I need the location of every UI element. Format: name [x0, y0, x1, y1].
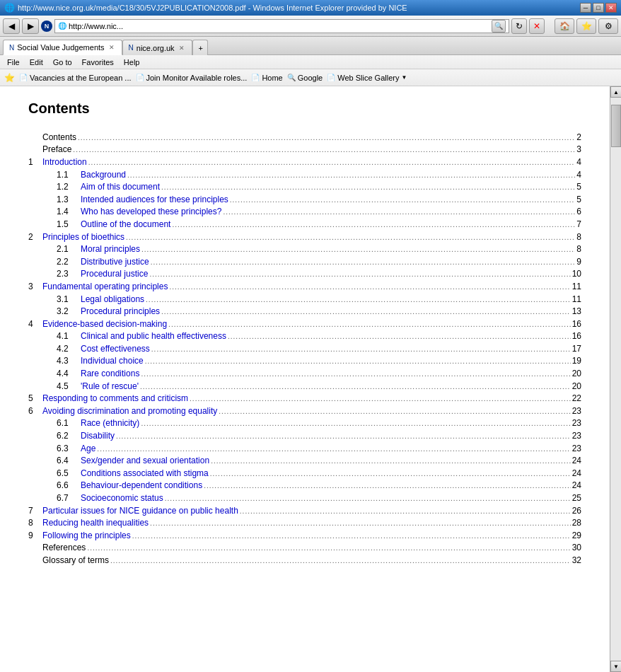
toc-title[interactable]: References [42, 543, 86, 552]
menu-goto[interactable]: Go to [49, 57, 76, 67]
maximize-button[interactable]: □ [593, 3, 604, 13]
toc-entry[interactable]: 1.4Who has developed these principles?6 [28, 206, 581, 219]
toc-entry[interactable]: 3.2Procedural principles13 [28, 305, 581, 318]
toc-entry[interactable]: Contents2 [28, 131, 581, 144]
toc-title[interactable]: Introduction [42, 157, 87, 167]
toc-entry[interactable]: 6Avoiding discrimination and promoting e… [28, 405, 581, 417]
toc-entry[interactable]: 6.5Conditions associated with stigma24 [28, 467, 581, 480]
toc-title[interactable]: Clinical and public health effectiveness [81, 331, 226, 341]
scroll-track[interactable] [610, 98, 621, 661]
toc-title[interactable]: Evidence-based decision-making [42, 319, 167, 329]
toc-entry[interactable]: 3.1Legal obligations11 [28, 293, 581, 306]
toc-title[interactable]: Reducing health inequalities [42, 518, 149, 528]
toc-entry[interactable]: 6.4Sex/gender and sexual orientation24 [28, 454, 581, 467]
menu-help[interactable]: Help [120, 57, 144, 67]
toc-title[interactable]: Fundamental operating principles [42, 282, 168, 291]
close-button[interactable]: ✕ [605, 3, 617, 13]
toc-entry[interactable]: 2.1Moral principles8 [28, 243, 581, 255]
toc-title[interactable]: Individual choice [81, 356, 144, 366]
toc-entry[interactable]: 6.2Disability23 [28, 429, 581, 442]
fav-item-2[interactable]: 📄 Join Monitor Available roles... [136, 74, 248, 82]
tab-close-2[interactable]: ✕ [178, 44, 186, 52]
toc-entry[interactable]: 4.1Clinical and public health effectiven… [28, 330, 581, 343]
forward-button[interactable]: ▶ [22, 18, 39, 34]
toc-title[interactable]: Outline of the document [81, 219, 170, 229]
toc-entry[interactable]: 4.5'Rule of rescue'20 [28, 380, 581, 393]
toc-title[interactable]: Background [81, 170, 126, 180]
toc-title[interactable]: Age [81, 444, 95, 453]
toc-entry[interactable]: 1.5Outline of the document7 [28, 218, 581, 231]
toc-entry[interactable]: 7Particular issues for NICE guidance on … [28, 504, 581, 517]
toc-entry[interactable]: 2.3Procedural justice10 [28, 268, 581, 281]
tab-nice[interactable]: N nice.org.uk ✕ [122, 40, 192, 55]
toc-entry[interactable]: 3Fundamental operating principles11 [28, 280, 581, 293]
toc-title[interactable]: Glossary of terms [42, 555, 109, 565]
window-controls[interactable]: ─ □ ✕ [580, 3, 617, 13]
toc-title[interactable]: Particular issues for NICE guidance on p… [42, 506, 238, 516]
toc-title[interactable]: Preface [42, 144, 71, 154]
toc-entry[interactable]: 1.1Background4 [28, 168, 581, 181]
toc-title[interactable]: Moral principles [81, 244, 140, 254]
toc-title[interactable]: Conditions associated with stigma [81, 468, 209, 478]
address-bar[interactable]: 🌐 🔍 [54, 19, 509, 33]
toc-title[interactable]: Principles of bioethics [42, 232, 124, 242]
toc-entry[interactable]: 2Principles of bioethics8 [28, 231, 581, 243]
stop-button[interactable]: ✕ [529, 18, 545, 34]
scrollbar[interactable]: ▲ ▼ [610, 86, 621, 672]
toc-title[interactable]: 'Rule of rescue' [81, 381, 139, 391]
toc-entry[interactable]: 9Following the principles29 [28, 529, 581, 542]
refresh-button[interactable]: ↻ [511, 18, 527, 34]
toc-entry[interactable]: Glossary of terms32 [28, 554, 581, 567]
toc-entry[interactable]: 6.7Socioeconomic status25 [28, 492, 581, 504]
scroll-up-button[interactable]: ▲ [610, 86, 621, 98]
toc-entry[interactable]: 6.1Race (ethnicity)23 [28, 417, 581, 430]
toc-entry[interactable]: 1.2Aim of this document5 [28, 180, 581, 193]
toc-title[interactable]: Avoiding discrimination and promoting eq… [42, 406, 217, 416]
tab-social-value[interactable]: N Social Value Judgements ✕ [3, 40, 122, 55]
toc-title[interactable]: Following the principles [42, 531, 131, 540]
home-button[interactable]: 🏠 [555, 18, 574, 34]
menu-file[interactable]: File [3, 57, 24, 67]
toc-title[interactable]: Socioeconomic status [81, 493, 163, 503]
toc-title[interactable]: Sex/gender and sexual orientation [81, 456, 209, 465]
search-button[interactable]: 🔍 [492, 20, 506, 33]
toc-entry[interactable]: 5Responding to comments and criticism22 [28, 392, 581, 405]
toc-title[interactable]: Distributive justice [81, 257, 149, 267]
toc-title[interactable]: Legal obligations [81, 294, 144, 304]
toc-entry[interactable]: 1Introduction4 [28, 156, 581, 168]
toc-title[interactable]: Responding to comments and criticism [42, 393, 188, 403]
menu-favorites[interactable]: Favorites [78, 57, 118, 67]
toc-title[interactable]: Contents [42, 132, 76, 142]
toc-entry[interactable]: 4Evidence-based decision-making16 [28, 318, 581, 330]
fav-item-1[interactable]: 📄 Vacancies at the European ... [19, 74, 132, 82]
toc-title[interactable]: Procedural justice [81, 269, 148, 279]
toc-entry[interactable]: 4.4Rare conditions20 [28, 367, 581, 380]
toc-entry[interactable]: 4.3Individual choice19 [28, 355, 581, 368]
toc-entry[interactable]: 6.3Age23 [28, 442, 581, 455]
toc-title[interactable]: Who has developed these principles? [81, 207, 221, 216]
fav-item-4[interactable]: 🔍 Google [287, 74, 323, 82]
toc-entry[interactable]: References30 [28, 542, 581, 555]
minimize-button[interactable]: ─ [580, 3, 591, 13]
toc-title[interactable]: Intended audiences for these principles [81, 195, 228, 204]
toc-entry[interactable]: Preface3 [28, 144, 581, 156]
fav-item-5[interactable]: 📄 Web Slice Gallery ▼ [327, 74, 407, 82]
toc-entry[interactable]: 8Reducing health inequalities28 [28, 516, 581, 529]
settings-button[interactable]: ⚙ [598, 18, 618, 34]
toc-title[interactable]: Cost effectiveness [81, 344, 150, 354]
fav-item-3[interactable]: 📄 Home [251, 74, 282, 82]
toc-entry[interactable]: 1.3Intended audiences for these principl… [28, 193, 581, 206]
toc-title[interactable]: Race (ethnicity) [81, 418, 139, 428]
favorites-button[interactable]: ⭐ [576, 18, 596, 34]
scroll-thumb[interactable] [611, 105, 621, 147]
toc-entry[interactable]: 4.2Cost effectiveness17 [28, 342, 581, 355]
back-button[interactable]: ◀ [3, 18, 20, 34]
toc-title[interactable]: Rare conditions [81, 369, 139, 378]
toc-title[interactable]: Procedural principles [81, 306, 160, 316]
scroll-down-button[interactable]: ▼ [610, 661, 621, 672]
toc-title[interactable]: Aim of this document [81, 182, 160, 192]
new-tab-button[interactable]: + [192, 40, 208, 55]
toc-entry[interactable]: 6.6Behaviour-dependent conditions24 [28, 480, 581, 492]
address-input[interactable] [69, 22, 492, 30]
menu-edit[interactable]: Edit [25, 57, 47, 67]
